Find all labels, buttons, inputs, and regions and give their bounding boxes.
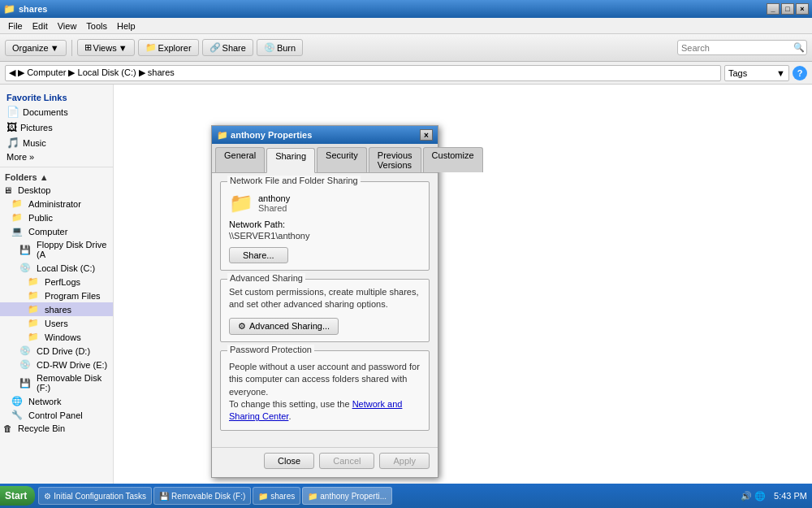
tab-previous-versions[interactable]: Previous Versions xyxy=(369,147,421,172)
tree-desktop[interactable]: 🖥 Desktop xyxy=(0,184,113,197)
tab-sharing[interactable]: Sharing xyxy=(266,148,315,173)
dialog-title-text: anthony Properties xyxy=(231,130,312,140)
search-box[interactable]: 🔍 xyxy=(677,40,807,55)
organize-label: Organize xyxy=(12,43,49,53)
close-button[interactable]: Close xyxy=(264,453,314,469)
address-path[interactable]: ◀ ▶ Computer ▶ Local Disk (C:) ▶ shares xyxy=(5,65,721,81)
tab-customize[interactable]: Customize xyxy=(423,147,483,172)
explorer-icon: 📁 xyxy=(145,42,157,53)
sidebar-item-documents[interactable]: 📄 Documents xyxy=(0,104,113,119)
cancel-button[interactable]: Cancel xyxy=(319,453,374,469)
computer-icon: 💻 xyxy=(11,226,23,237)
toolbar: Organize ▼ ⊞ Views ▼ 📁 Explorer 🔗 Share … xyxy=(0,34,812,62)
views-chevron: ▼ xyxy=(119,43,127,53)
sidebar-item-pictures[interactable]: 🖼 Pictures xyxy=(0,119,113,135)
dialog-footer: Close Cancel Apply xyxy=(212,447,438,477)
tab-general[interactable]: General xyxy=(215,147,265,172)
menu-tools[interactable]: Tools xyxy=(81,20,112,33)
content-area: 📁 anthony Properties × General Sharing S… xyxy=(114,85,812,484)
desktop-icon: 🖥 xyxy=(3,185,12,195)
menu-bar: File Edit View Tools Help xyxy=(0,18,812,34)
window-title: shares xyxy=(19,4,47,14)
tags-box[interactable]: Tags ▼ xyxy=(724,65,789,81)
dialog-close-button[interactable]: × xyxy=(420,129,433,141)
views-button[interactable]: ⊞ Views ▼ xyxy=(77,39,135,56)
minimize-button[interactable]: _ xyxy=(767,3,780,15)
taskbar-icon-2: 📁 xyxy=(258,492,268,501)
folder-row: 📁 anthony Shared xyxy=(229,192,421,215)
apply-button[interactable]: Apply xyxy=(379,453,430,469)
documents-icon: 📄 xyxy=(6,106,19,118)
close-window-button[interactable]: × xyxy=(796,3,809,15)
tree-local-disk[interactable]: 💿 Local Disk (C:) xyxy=(0,261,113,275)
pictures-icon: 🖼 xyxy=(6,121,17,133)
cd-d-icon: 💿 xyxy=(19,345,31,356)
toolbar-separator-1 xyxy=(71,40,72,56)
search-input[interactable] xyxy=(681,43,793,53)
taskbar-time: 5:43 PM xyxy=(774,491,807,501)
advanced-sharing-button[interactable]: ⚙ Advanced Sharing... xyxy=(229,318,339,335)
tree-network[interactable]: 🌐 Network xyxy=(0,394,113,408)
dialog-tabs: General Sharing Security Previous Versio… xyxy=(212,144,438,173)
network-status-icon: 🌐 xyxy=(754,491,766,501)
password-title: Password Protection xyxy=(227,345,314,354)
explorer-button[interactable]: 📁 Explorer xyxy=(138,39,199,56)
views-label: Views xyxy=(93,43,117,53)
tags-dropdown-icon: ▼ xyxy=(776,68,785,78)
dialog-title-icon: 📁 xyxy=(217,130,228,141)
sidebar-item-music[interactable]: 🎵 Music xyxy=(0,135,113,150)
help-icon[interactable]: ? xyxy=(793,66,807,80)
tree-shares[interactable]: 📁 shares xyxy=(0,302,113,316)
tab-security[interactable]: Security xyxy=(317,147,367,172)
properties-dialog: 📁 anthony Properties × General Sharing S… xyxy=(211,125,438,478)
share-button[interactable]: 🔗 Share xyxy=(202,39,253,56)
music-label: Music xyxy=(23,138,46,148)
taskbar-item-0[interactable]: ⚙ Initial Configuration Tasks xyxy=(38,487,152,505)
advanced-sharing-section: Advanced Sharing Set custom permissions,… xyxy=(220,279,430,342)
tree-users[interactable]: 📁 Users xyxy=(0,316,113,330)
burn-label: Burn xyxy=(277,43,296,53)
tree-cd-e[interactable]: 💿 CD-RW Drive (E:) xyxy=(0,358,113,371)
menu-help[interactable]: Help xyxy=(112,20,140,33)
taskbar-item-3[interactable]: 📁 anthony Properti... xyxy=(302,487,392,505)
taskbar-item-2[interactable]: 📁 shares xyxy=(253,487,300,505)
taskbar-right: 🔊 🌐 5:43 PM xyxy=(741,491,812,501)
tree-public[interactable]: 📁 Public xyxy=(0,211,113,224)
taskbar-item-1[interactable]: 💾 Removable Disk (F:) xyxy=(153,487,251,505)
start-label: Start xyxy=(5,490,27,501)
burn-icon: 💿 xyxy=(264,42,275,53)
folder-icon: 📁 xyxy=(229,192,253,215)
tree-recycle-bin[interactable]: 🗑 Recycle Bin xyxy=(0,422,113,435)
pictures-label: Pictures xyxy=(20,123,53,132)
sidebar-item-more[interactable]: More » xyxy=(0,150,113,163)
tree-program-files[interactable]: 📁 Program Files xyxy=(0,289,113,302)
advanced-sharing-desc: Set custom permissions, create multiple … xyxy=(229,286,421,311)
tree-windows[interactable]: 📁 Windows xyxy=(0,330,113,344)
menu-file[interactable]: File xyxy=(3,20,28,33)
shares-icon: 📁 xyxy=(28,304,39,315)
folders-label[interactable]: Folders ▲ xyxy=(0,171,113,184)
modal-overlay: 📁 anthony Properties × General Sharing S… xyxy=(114,85,812,484)
tree-floppy[interactable]: 💾 Floppy Disk Drive (A xyxy=(0,238,113,261)
tree-computer[interactable]: 💻 Computer xyxy=(0,224,113,238)
share-button[interactable]: Share... xyxy=(229,247,288,263)
folder-name: anthony xyxy=(258,193,290,203)
share-label: Share xyxy=(222,43,246,53)
tree-cd-d[interactable]: 💿 CD Drive (D:) xyxy=(0,344,113,358)
taskbar-label-0: Initial Configuration Tasks xyxy=(54,492,146,501)
back-icon: ◀ xyxy=(9,67,15,78)
tree-removable[interactable]: 💾 Removable Disk (F:) xyxy=(0,371,113,394)
tree-administrator[interactable]: 📁 Administrator xyxy=(0,197,113,211)
start-button[interactable]: Start xyxy=(0,486,35,506)
organize-button[interactable]: Organize ▼ xyxy=(5,40,67,56)
tree-control-panel[interactable]: 🔧 Control Panel xyxy=(0,408,113,422)
maximize-button[interactable]: □ xyxy=(781,3,794,15)
tree-perflogs[interactable]: 📁 PerfLogs xyxy=(0,275,113,289)
music-icon: 🎵 xyxy=(6,137,19,149)
explorer-label: Explorer xyxy=(158,43,192,53)
documents-label: Documents xyxy=(23,107,68,117)
taskbar-icon-0: ⚙ xyxy=(44,492,51,501)
burn-button[interactable]: 💿 Burn xyxy=(257,39,303,56)
menu-edit[interactable]: Edit xyxy=(28,20,53,33)
menu-view[interactable]: View xyxy=(53,20,82,33)
